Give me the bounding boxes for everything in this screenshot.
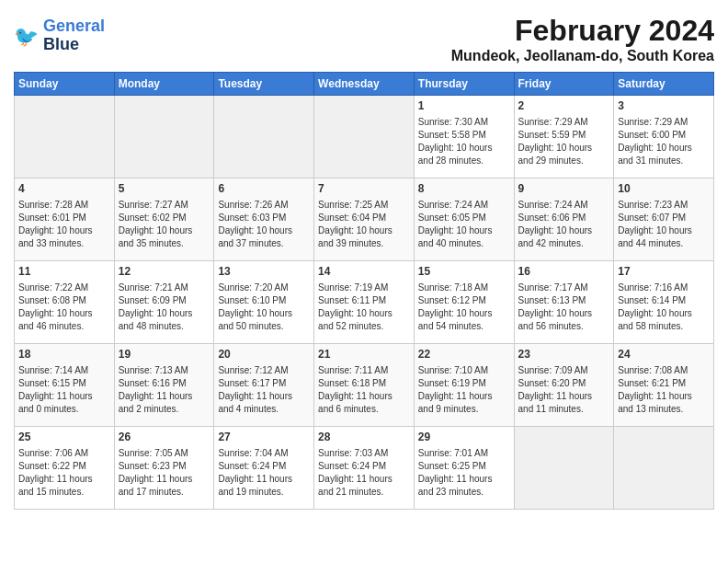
calendar-cell: 19Sunrise: 7:13 AMSunset: 6:16 PMDayligh… — [114, 344, 214, 427]
day-info: Sunrise: 7:11 AMSunset: 6:18 PMDaylight:… — [318, 364, 410, 416]
subtitle: Mundeok, Jeollanam-do, South Korea — [451, 48, 714, 64]
calendar-cell: 4Sunrise: 7:28 AMSunset: 6:01 PMDaylight… — [15, 178, 115, 261]
day-info: Sunrise: 7:21 AMSunset: 6:09 PMDaylight:… — [119, 282, 210, 333]
logo-icon: 🐦 — [14, 23, 40, 49]
calendar-cell: 2Sunrise: 7:29 AMSunset: 5:59 PMDaylight… — [514, 96, 614, 178]
day-info: Sunrise: 7:24 AMSunset: 6:05 PMDaylight:… — [418, 199, 510, 250]
calendar-cell: 16Sunrise: 7:17 AMSunset: 6:13 PMDayligh… — [514, 261, 614, 344]
calendar-cell: 18Sunrise: 7:14 AMSunset: 6:15 PMDayligh… — [15, 344, 115, 427]
day-number: 28 — [318, 430, 410, 445]
weekday-thursday: Thursday — [414, 73, 514, 96]
calendar-cell — [614, 427, 714, 510]
day-number: 17 — [618, 264, 710, 280]
day-number: 11 — [18, 264, 110, 280]
day-number: 6 — [218, 181, 310, 197]
day-number: 16 — [518, 264, 610, 280]
calendar-cell: 7Sunrise: 7:25 AMSunset: 6:04 PMDaylight… — [314, 178, 415, 261]
week-row-2: 4Sunrise: 7:28 AMSunset: 6:01 PMDaylight… — [15, 178, 714, 261]
week-row-3: 11Sunrise: 7:22 AMSunset: 6:08 PMDayligh… — [15, 261, 714, 344]
day-info: Sunrise: 7:30 AMSunset: 5:58 PMDaylight:… — [418, 116, 510, 167]
day-info: Sunrise: 7:26 AMSunset: 6:03 PMDaylight:… — [218, 199, 310, 250]
calendar-cell: 15Sunrise: 7:18 AMSunset: 6:12 PMDayligh… — [414, 261, 514, 344]
calendar-cell: 9Sunrise: 7:24 AMSunset: 6:06 PMDaylight… — [514, 178, 614, 261]
day-info: Sunrise: 7:06 AMSunset: 6:22 PMDaylight:… — [18, 447, 110, 499]
day-number: 4 — [18, 181, 110, 197]
day-info: Sunrise: 7:29 AMSunset: 5:59 PMDaylight:… — [518, 116, 610, 167]
day-number: 26 — [119, 430, 210, 445]
day-info: Sunrise: 7:22 AMSunset: 6:08 PMDaylight:… — [18, 282, 110, 333]
day-number: 9 — [518, 181, 610, 197]
day-number: 10 — [618, 181, 710, 197]
day-info: Sunrise: 7:10 AMSunset: 6:19 PMDaylight:… — [418, 364, 510, 416]
calendar-cell: 1Sunrise: 7:30 AMSunset: 5:58 PMDaylight… — [414, 96, 514, 178]
svg-text:🐦: 🐦 — [14, 24, 40, 49]
calendar-cell: 10Sunrise: 7:23 AMSunset: 6:07 PMDayligh… — [614, 178, 714, 261]
calendar-cell: 6Sunrise: 7:26 AMSunset: 6:03 PMDaylight… — [214, 178, 314, 261]
weekday-monday: Monday — [114, 73, 214, 96]
day-info: Sunrise: 7:12 AMSunset: 6:17 PMDaylight:… — [218, 364, 310, 416]
day-info: Sunrise: 7:20 AMSunset: 6:10 PMDaylight:… — [218, 282, 310, 333]
day-info: Sunrise: 7:24 AMSunset: 6:06 PMDaylight:… — [518, 199, 610, 250]
calendar-cell: 27Sunrise: 7:04 AMSunset: 6:24 PMDayligh… — [214, 427, 314, 510]
calendar-cell: 14Sunrise: 7:19 AMSunset: 6:11 PMDayligh… — [314, 261, 415, 344]
calendar-cell — [514, 427, 614, 510]
day-info: Sunrise: 7:14 AMSunset: 6:15 PMDaylight:… — [18, 364, 110, 416]
day-info: Sunrise: 7:18 AMSunset: 6:12 PMDaylight:… — [418, 282, 510, 333]
weekday-sunday: Sunday — [15, 73, 115, 96]
calendar-cell: 21Sunrise: 7:11 AMSunset: 6:18 PMDayligh… — [314, 344, 415, 427]
day-number: 13 — [218, 264, 310, 280]
calendar-cell: 26Sunrise: 7:05 AMSunset: 6:23 PMDayligh… — [114, 427, 214, 510]
day-number: 23 — [518, 347, 610, 362]
weekday-wednesday: Wednesday — [314, 73, 415, 96]
header: 🐦 General Blue February 2024 Mundeok, Je… — [14, 14, 714, 64]
calendar-cell — [214, 96, 314, 178]
calendar-cell: 5Sunrise: 7:27 AMSunset: 6:02 PMDaylight… — [114, 178, 214, 261]
day-info: Sunrise: 7:01 AMSunset: 6:25 PMDaylight:… — [418, 447, 510, 499]
calendar-cell — [314, 96, 415, 178]
day-info: Sunrise: 7:29 AMSunset: 6:00 PMDaylight:… — [618, 116, 710, 167]
logo-text: General Blue — [43, 17, 105, 54]
calendar-cell: 12Sunrise: 7:21 AMSunset: 6:09 PMDayligh… — [114, 261, 214, 344]
day-info: Sunrise: 7:27 AMSunset: 6:02 PMDaylight:… — [119, 199, 210, 250]
day-info: Sunrise: 7:28 AMSunset: 6:01 PMDaylight:… — [18, 199, 110, 250]
calendar-cell: 20Sunrise: 7:12 AMSunset: 6:17 PMDayligh… — [214, 344, 314, 427]
day-info: Sunrise: 7:08 AMSunset: 6:21 PMDaylight:… — [618, 364, 710, 416]
calendar-cell: 29Sunrise: 7:01 AMSunset: 6:25 PMDayligh… — [414, 427, 514, 510]
day-number: 15 — [418, 264, 510, 280]
calendar-cell: 17Sunrise: 7:16 AMSunset: 6:14 PMDayligh… — [614, 261, 714, 344]
day-info: Sunrise: 7:04 AMSunset: 6:24 PMDaylight:… — [218, 447, 310, 499]
day-number: 21 — [318, 347, 410, 362]
day-info: Sunrise: 7:25 AMSunset: 6:04 PMDaylight:… — [318, 199, 410, 250]
main-title: February 2024 — [451, 14, 714, 48]
day-info: Sunrise: 7:03 AMSunset: 6:24 PMDaylight:… — [318, 447, 410, 499]
day-number: 2 — [518, 98, 610, 114]
day-info: Sunrise: 7:16 AMSunset: 6:14 PMDaylight:… — [618, 282, 710, 333]
day-info: Sunrise: 7:17 AMSunset: 6:13 PMDaylight:… — [518, 282, 610, 333]
week-row-4: 18Sunrise: 7:14 AMSunset: 6:15 PMDayligh… — [15, 344, 714, 427]
day-number: 22 — [418, 347, 510, 362]
day-number: 27 — [218, 430, 310, 445]
calendar-cell: 25Sunrise: 7:06 AMSunset: 6:22 PMDayligh… — [15, 427, 115, 510]
weekday-tuesday: Tuesday — [214, 73, 314, 96]
calendar-cell — [114, 96, 214, 178]
logo: 🐦 General Blue — [14, 14, 105, 54]
day-number: 29 — [418, 430, 510, 445]
calendar-cell: 23Sunrise: 7:09 AMSunset: 6:20 PMDayligh… — [514, 344, 614, 427]
calendar-cell: 28Sunrise: 7:03 AMSunset: 6:24 PMDayligh… — [314, 427, 415, 510]
day-number: 3 — [618, 98, 710, 114]
calendar-cell: 13Sunrise: 7:20 AMSunset: 6:10 PMDayligh… — [214, 261, 314, 344]
week-row-5: 25Sunrise: 7:06 AMSunset: 6:22 PMDayligh… — [15, 427, 714, 510]
day-info: Sunrise: 7:13 AMSunset: 6:16 PMDaylight:… — [119, 364, 210, 416]
calendar-cell — [15, 96, 115, 178]
day-number: 1 — [418, 98, 510, 114]
day-number: 25 — [18, 430, 110, 445]
calendar-cell: 11Sunrise: 7:22 AMSunset: 6:08 PMDayligh… — [15, 261, 115, 344]
calendar-cell: 8Sunrise: 7:24 AMSunset: 6:05 PMDaylight… — [414, 178, 514, 261]
calendar-cell: 24Sunrise: 7:08 AMSunset: 6:21 PMDayligh… — [614, 344, 714, 427]
calendar-table: SundayMondayTuesdayWednesdayThursdayFrid… — [14, 72, 714, 510]
day-info: Sunrise: 7:19 AMSunset: 6:11 PMDaylight:… — [318, 282, 410, 333]
day-info: Sunrise: 7:23 AMSunset: 6:07 PMDaylight:… — [618, 199, 710, 250]
day-number: 18 — [18, 347, 110, 362]
week-row-1: 1Sunrise: 7:30 AMSunset: 5:58 PMDaylight… — [15, 96, 714, 178]
weekday-saturday: Saturday — [614, 73, 714, 96]
